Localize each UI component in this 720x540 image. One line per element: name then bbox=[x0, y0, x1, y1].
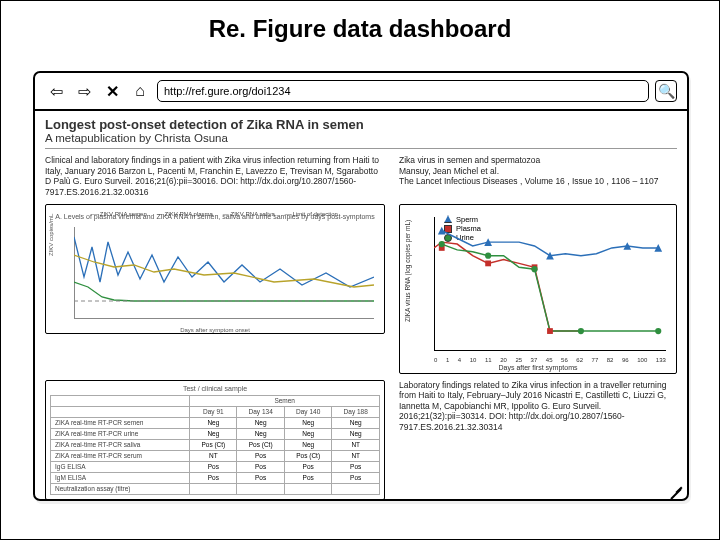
chart2-xlabel: Days after first symptoms bbox=[400, 364, 676, 371]
search-button[interactable]: 🔍 bbox=[655, 80, 677, 102]
forward-button[interactable]: ⇨ bbox=[73, 80, 95, 102]
chart-viremia-panel: A. Levels of plasma viremia and ZIKA RNA… bbox=[45, 204, 385, 334]
table-row: IgG ELISAPosPosPosPos bbox=[51, 461, 380, 472]
legend-item: ZIKV RNA plasma bbox=[157, 211, 213, 217]
legend-item: Limit of detection bbox=[285, 211, 338, 217]
svg-point-10 bbox=[439, 240, 445, 246]
page-title: Re. Figure data dashboard bbox=[1, 15, 719, 43]
metapublication-title: Longest post-onset detection of Zika RNA… bbox=[45, 117, 677, 132]
svg-point-13 bbox=[578, 327, 584, 333]
citation-right-top: Zika virus in semen and spermatozoa Mans… bbox=[399, 155, 677, 198]
svg-point-11 bbox=[485, 252, 491, 258]
divider bbox=[45, 148, 677, 149]
url-bar[interactable]: http://ref.gure.org/doi1234 bbox=[157, 80, 649, 102]
url-text: http://ref.gure.org/doi1234 bbox=[164, 85, 291, 97]
chart-lancet-panel: Sperm Plasma Urine ZIKA virus RNA (log c… bbox=[399, 204, 677, 374]
table-row: ZIKA real-time RT-PCR serumNTPosPos (Ct)… bbox=[51, 450, 380, 461]
browser-toolbar: ⇦ ⇨ ✕ ⌂ http://ref.gure.org/doi1234 🔍 bbox=[35, 73, 687, 111]
svg-rect-7 bbox=[485, 260, 491, 266]
legend-item: ZIKV RNA saliva bbox=[223, 211, 275, 217]
back-button[interactable]: ⇦ bbox=[45, 80, 67, 102]
resize-grip-icon[interactable] bbox=[669, 481, 683, 495]
table-row: Neutralization assay (titre) bbox=[51, 483, 380, 494]
svg-point-12 bbox=[531, 266, 537, 272]
svg-rect-9 bbox=[547, 328, 553, 334]
table-row: ZIKA real-time RT-PCR urineNegNegNegNeg bbox=[51, 428, 380, 439]
home-button[interactable]: ⌂ bbox=[129, 80, 151, 102]
table-group-row: Semen bbox=[51, 395, 380, 406]
chart2-xticks: 014 101120 253745 566277 8296100 133 bbox=[434, 357, 666, 363]
lab-results-table-panel: Test / clinical sample Semen Day 91Day 1… bbox=[45, 380, 385, 500]
search-icon: 🔍 bbox=[658, 83, 675, 99]
stop-button[interactable]: ✕ bbox=[101, 80, 123, 102]
legend-item: ZIKV RNA semen bbox=[92, 211, 147, 217]
chart2-plot bbox=[434, 217, 666, 343]
metapublication-author: A metapublication by Christa Osuna bbox=[45, 132, 677, 144]
citation-right-bottom: Laboratory findings related to Zika viru… bbox=[399, 380, 677, 500]
citation-left: Clinical and laboratory findings in a pa… bbox=[45, 155, 385, 198]
table-group: Semen bbox=[190, 395, 380, 406]
table-row: ZIKA real-time RT-PCR salivaPos (Ct)Pos … bbox=[51, 439, 380, 450]
metapublication-header: Longest post-onset detection of Zika RNA… bbox=[45, 117, 677, 144]
chart1-ylabel: ZIKV copies/mL bbox=[48, 213, 54, 255]
chart1-legend: ZIKV RNA semen ZIKV RNA plasma ZIKV RNA … bbox=[46, 211, 384, 217]
chart2-ylabel: ZIKA virus RNA (log copies per mL) bbox=[404, 220, 411, 322]
chart1-xlabel: Days after symptom onset bbox=[46, 327, 384, 333]
chart1-plot bbox=[74, 227, 374, 317]
page-content: Longest post-onset detection of Zika RNA… bbox=[35, 111, 687, 499]
svg-point-14 bbox=[655, 327, 661, 333]
svg-marker-1 bbox=[438, 226, 446, 234]
browser-window: ⇦ ⇨ ✕ ⌂ http://ref.gure.org/doi1234 🔍 Lo… bbox=[33, 71, 689, 501]
lab-results-table: Semen Day 91Day 134 Day 140Day 188 ZIKA … bbox=[50, 395, 380, 495]
table-row: ZIKA real-time RT-PCR semenNegNegNegNeg bbox=[51, 417, 380, 428]
table-row: IgM ELISAPosPosPosPos bbox=[51, 472, 380, 483]
table-caption: Test / clinical sample bbox=[50, 385, 380, 395]
table-header-row: Day 91Day 134 Day 140Day 188 bbox=[51, 406, 380, 417]
